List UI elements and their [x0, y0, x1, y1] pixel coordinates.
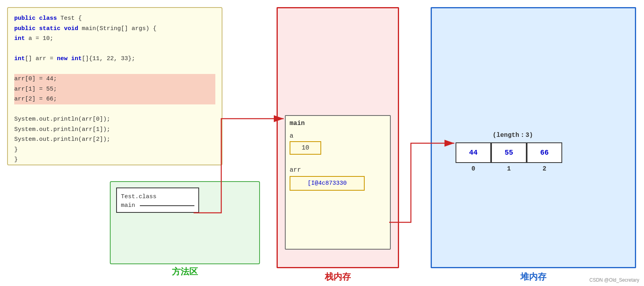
heap-area: (length：3) 44 55 66 0 1 2 堆内存	[431, 7, 636, 268]
array-cell-0: 44	[456, 142, 491, 163]
method-class-name: Test.class	[121, 191, 194, 202]
code-line-15: }	[14, 155, 215, 165]
array-boxes: 44 55 66	[456, 142, 562, 163]
stack-area: main a 10 arr [I@4c873330 栈内存	[277, 7, 399, 268]
method-dash	[140, 205, 194, 206]
code-line-6	[14, 64, 215, 74]
code-line-13: System.out.println(arr[2]);	[14, 134, 215, 145]
method-area-label: 方法区	[172, 266, 198, 278]
method-method-row: main	[121, 202, 194, 209]
code-line-2: public static void main(String[] args) {	[14, 24, 215, 34]
code-line-4	[14, 44, 215, 54]
code-panel: public class Test { public static void m…	[7, 7, 222, 165]
heap-area-label: 堆内存	[520, 271, 546, 283]
var-a-value: 10	[290, 141, 321, 155]
code-line-11: System.out.println(arr[0]);	[14, 114, 215, 125]
array-length-label: (length：3)	[463, 131, 562, 139]
code-line-7: arr[0] = 44;	[14, 74, 215, 84]
array-index-0: 0	[456, 165, 491, 172]
watermark: CSDN @Old_Secretary	[589, 277, 639, 283]
var-a-label: a	[290, 133, 386, 140]
array-indices: 0 1 2	[456, 165, 562, 172]
code-line-10	[14, 104, 215, 115]
array-cell-2: 66	[527, 142, 562, 163]
method-area: Test.class main 方法区	[110, 181, 260, 264]
main-frame-title: main	[290, 120, 386, 127]
code-line-12: System.out.println(arr[1]);	[14, 125, 215, 135]
code-line-3: int a = 10;	[14, 34, 215, 44]
array-container: (length：3) 44 55 66 0 1 2	[456, 131, 562, 172]
stack-area-label: 栈内存	[325, 271, 351, 283]
array-cell-1: 55	[491, 142, 527, 163]
array-index-1: 1	[491, 165, 527, 172]
var-arr-label: arr	[290, 167, 386, 174]
method-inner-box: Test.class main	[116, 188, 199, 213]
code-line-8: arr[1] = 55;	[14, 84, 215, 95]
array-index-2: 2	[527, 165, 562, 172]
main-frame: main a 10 arr [I@4c873330	[285, 115, 391, 250]
method-method-name: main	[121, 202, 135, 209]
var-arr-value: [I@4c873330	[290, 176, 365, 191]
code-line-5: int[] arr = new int[]{11, 22, 33};	[14, 54, 215, 64]
code-line-14: }	[14, 145, 215, 155]
code-line-1: public class Test {	[14, 13, 215, 24]
code-line-9: arr[2] = 66;	[14, 94, 215, 104]
